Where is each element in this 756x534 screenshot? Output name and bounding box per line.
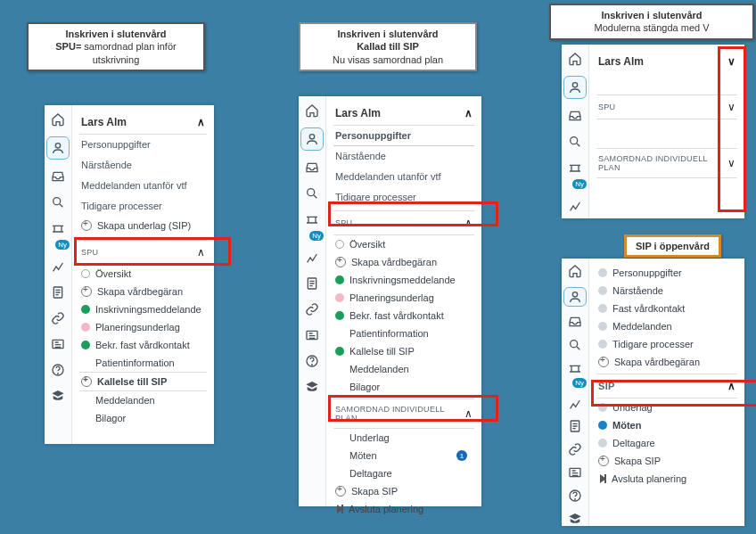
nav-item[interactable]: Meddelanden utanför vtf [79,176,207,196]
list-item[interactable]: Skapa vårdbegäran [333,253,474,271]
list-item[interactable]: Meddelanden [596,317,737,335]
list-item[interactable]: Översikt [79,265,207,283]
grad-icon[interactable] [49,387,67,405]
list-item[interactable]: Underlag [596,398,737,416]
list-item[interactable]: Möten1 [333,447,474,464]
list-item[interactable]: Skapa vårdbegäran [79,283,207,300]
skapa-underlag-sip[interactable]: Skapa underlag (SIP) [79,217,207,234]
list-item[interactable]: Närstående [596,282,737,300]
document-icon[interactable] [303,275,321,292]
item-label: Inskrivningsmeddelande [95,304,201,315]
list-item[interactable]: Bekr. fast vårdkontakt [79,336,207,354]
list-item[interactable]: Skapa SIP [333,482,474,500]
status-dot-pending [335,293,344,302]
document-icon[interactable] [49,283,67,301]
list-item[interactable]: Bilagor [79,409,207,427]
document-icon[interactable] [566,419,584,434]
samordnad-plan-header[interactable]: SAMORDNAD INDIVIDUELL PLAN∧ [333,398,474,429]
search-icon[interactable] [303,185,321,202]
list-item[interactable]: Översikt [333,235,474,253]
list-item[interactable]: Fast vårdkontakt [596,300,737,317]
person-icon[interactable] [46,136,70,160]
grad-icon[interactable] [566,511,584,526]
inbox-icon[interactable] [566,315,584,330]
list-item[interactable]: Tidigare processer [596,335,737,353]
sip-section-header[interactable]: SIP∧ [596,374,737,398]
search-icon[interactable] [566,338,584,353]
search-icon[interactable] [49,193,67,211]
svg-point-1 [53,198,61,205]
spu-section-header[interactable]: SPU∧ [79,240,207,265]
list-item[interactable]: Kallelse till SIP [333,342,474,360]
list-item[interactable]: Skapa SIP [596,452,737,470]
help-icon[interactable] [49,361,67,379]
home-icon[interactable] [303,102,321,119]
inbox-icon[interactable] [303,159,321,177]
list-item[interactable]: Deltagare [333,464,474,482]
list-item[interactable]: Planeringsunderlag [333,289,474,307]
link-icon[interactable] [303,300,321,318]
nav-item[interactable]: Personuppgifter [79,135,207,155]
bench-icon[interactable] [49,219,67,237]
nav-item[interactable]: Tidigare processer [333,187,474,208]
list-item[interactable]: Patientinformation [333,325,474,342]
patient-header[interactable]: Lars Alm ∧ [79,111,207,135]
newspaper-icon[interactable] [566,465,584,481]
help-icon[interactable] [303,352,321,370]
list-item[interactable]: Kallelse till SIP [79,372,207,391]
newspaper-icon[interactable] [49,335,67,353]
link-icon[interactable] [566,442,584,457]
newspaper-icon[interactable] [303,326,321,344]
panel-collapsed: Ny Lars Alm ∨ SPU∨ SAMORDNAD INDIVIDUELL… [562,45,744,218]
item-label: Bilagor [349,382,380,392]
home-icon[interactable] [566,264,584,279]
list-item[interactable]: Inskrivningsmeddelande [333,271,474,289]
list-item[interactable]: Skapa vårdbegäran [596,353,737,371]
person-icon[interactable] [563,76,587,99]
nav-item[interactable]: Personuppgifter [333,126,474,146]
bench-icon[interactable] [303,210,321,228]
samordnad-plan-header[interactable]: SAMORDNAD INDIVIDUELL PLAN∨ [596,148,737,178]
inbox-icon[interactable] [49,168,67,185]
patient-header[interactable]: Lars Alm ∧ [333,102,474,126]
list-item[interactable]: Personuppgifter [596,264,737,282]
person-icon[interactable] [563,287,587,307]
chart-icon[interactable] [566,197,584,215]
list-item[interactable]: Avsluta planering [596,470,737,488]
search-icon[interactable] [566,133,584,151]
nav-item[interactable]: Närstående [333,146,474,167]
list-item[interactable]: Avsluta planering [333,500,474,518]
link-icon[interactable] [49,309,67,327]
chart-icon[interactable] [303,249,321,267]
bench-icon[interactable] [566,159,584,177]
list-item[interactable]: Meddelanden [333,360,474,378]
spu-section-header[interactable]: SPU∧ [333,210,474,235]
nav-item[interactable]: Närstående [79,155,207,176]
chart-icon[interactable] [566,396,584,411]
chevron-up-icon: ∧ [464,107,472,119]
list-item[interactable]: Inskrivningsmeddelande [79,300,207,318]
list-item[interactable]: Deltagare [596,434,737,452]
svg-point-5 [58,374,59,374]
person-icon[interactable] [300,127,324,151]
chart-icon[interactable] [49,258,67,275]
list-item[interactable]: Underlag [333,429,474,447]
status-dot-done [335,275,344,284]
inbox-icon[interactable] [566,107,584,125]
bench-icon[interactable] [566,360,584,375]
grad-icon[interactable] [303,378,321,396]
home-icon[interactable] [566,50,584,68]
spu-section-header[interactable]: SPU∨ [596,94,737,119]
nav-item[interactable]: Meddelanden utanför vtf [333,167,474,187]
list-item[interactable]: Bekr. fast vårdkontakt [333,307,474,325]
list-item[interactable]: Meddelanden [79,391,207,409]
help-icon[interactable] [566,488,584,503]
list-item[interactable]: Patientinformation [79,354,207,372]
list-item[interactable]: Möten [596,416,737,434]
list-item[interactable]: Planeringsunderlag [79,318,207,336]
patient-header[interactable]: Lars Alm ∨ [596,50,737,73]
list-item[interactable]: Bilagor [333,378,474,396]
home-icon[interactable] [49,111,67,128]
status-dot-inactive [598,340,607,349]
nav-item[interactable]: Tidigare processer [79,196,207,217]
